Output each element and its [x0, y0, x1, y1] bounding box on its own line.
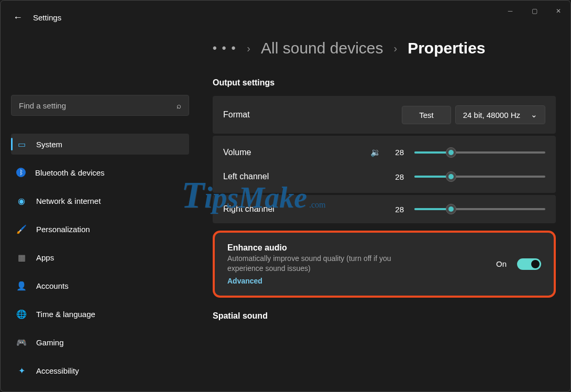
enhance-audio-desc: Automatically improve sound quality (tur… — [227, 254, 416, 274]
sidebar-item-label: Gaming — [36, 338, 64, 347]
enhance-advanced-link[interactable]: Advanced — [227, 277, 486, 285]
apps-icon: ▦ — [16, 253, 27, 263]
sidebar-item-label: Network & internet — [36, 197, 101, 205]
sidebar-item-time[interactable]: 🌐 Time & language — [11, 303, 189, 324]
sidebar-item-personalization[interactable]: 🖌️ Personalization — [11, 219, 189, 239]
volume-label: Volume — [223, 148, 360, 157]
sidebar-item-network[interactable]: ◉ Network & internet — [11, 190, 189, 211]
enhance-audio-toggle[interactable] — [517, 258, 541, 270]
left-channel-label: Left channel — [223, 172, 381, 181]
close-button[interactable]: ✕ — [546, 3, 570, 19]
sidebar-item-gaming[interactable]: 🎮 Gaming — [11, 332, 189, 353]
section-output-settings: Output settings — [213, 78, 556, 88]
left-channel-value: 28 — [391, 172, 404, 181]
enhance-audio-card: Enhance audio Automatically improve soun… — [213, 231, 556, 298]
wifi-icon: ◉ — [16, 196, 27, 206]
maximize-button[interactable]: ▢ — [522, 3, 546, 19]
chevron-down-icon: ⌄ — [531, 110, 537, 119]
format-dropdown[interactable]: 24 bit, 48000 Hz ⌄ — [455, 105, 545, 124]
sidebar-item-label: System — [36, 140, 62, 149]
sidebar-item-label: Accessibility — [36, 366, 79, 375]
volume-value: 28 — [391, 148, 404, 157]
left-channel-slider[interactable] — [414, 176, 545, 178]
breadcrumb-mid[interactable]: All sound devices — [261, 39, 383, 57]
sidebar-item-label: Time & language — [36, 310, 95, 319]
back-button[interactable]: ← — [13, 12, 23, 23]
sidebar-item-label: Personalization — [36, 225, 90, 234]
right-channel-value: 28 — [391, 205, 404, 214]
bluetooth-icon: ᛒ — [16, 168, 26, 177]
format-value: 24 bit, 48000 Hz — [463, 111, 520, 119]
sidebar-item-accounts[interactable]: 👤 Accounts — [11, 275, 189, 296]
search-input[interactable] — [19, 101, 177, 110]
sidebar-item-system[interactable]: ▭ System — [11, 134, 189, 155]
clock-icon: 🌐 — [16, 309, 27, 319]
sidebar-item-apps[interactable]: ▦ Apps — [11, 247, 189, 268]
accessibility-icon: ✦ — [16, 366, 27, 376]
sidebar-item-privacy[interactable]: 🛡 Privacy & security — [11, 388, 189, 392]
right-channel-label: Right channel — [223, 204, 391, 214]
search-field[interactable]: ⌕ — [11, 95, 189, 116]
test-button[interactable]: Test — [402, 106, 451, 124]
speaker-icon[interactable]: 🔉 — [370, 147, 381, 157]
breadcrumb: • • • › All sound devices › Properties — [213, 39, 556, 57]
volume-slider[interactable] — [414, 151, 545, 154]
sidebar-item-label: Accounts — [36, 281, 69, 290]
sidebar-item-label: Apps — [36, 253, 54, 262]
breadcrumb-current: Properties — [408, 39, 485, 57]
format-label: Format — [223, 110, 402, 119]
brush-icon: 🖌️ — [16, 224, 27, 234]
breadcrumb-more[interactable]: • • • — [213, 41, 236, 55]
format-row: Format Test 24 bit, 48000 Hz ⌄ — [213, 96, 556, 134]
minimize-button[interactable]: ─ — [498, 3, 522, 19]
section-spatial-sound: Spatial sound — [213, 311, 556, 321]
enhance-toggle-state: On — [496, 259, 507, 268]
gamepad-icon: 🎮 — [16, 337, 27, 347]
enhance-audio-title: Enhance audio — [227, 243, 486, 253]
display-icon: ▭ — [16, 139, 27, 149]
search-icon: ⌕ — [177, 101, 181, 110]
app-title: Settings — [33, 13, 61, 22]
sidebar-item-label: Bluetooth & devices — [35, 168, 105, 177]
right-channel-slider[interactable] — [414, 208, 545, 210]
chevron-right-icon: › — [393, 42, 397, 55]
sidebar-item-accessibility[interactable]: ✦ Accessibility — [11, 360, 189, 381]
chevron-right-icon: › — [247, 42, 250, 55]
person-icon: 👤 — [16, 281, 27, 291]
sidebar-item-bluetooth[interactable]: ᛒ Bluetooth & devices — [11, 162, 189, 183]
